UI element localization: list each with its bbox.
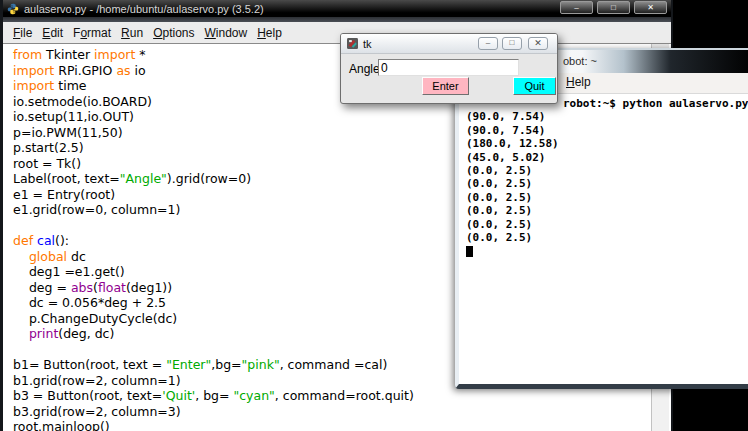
terminal-output-line: (0.0, 2.5) xyxy=(466,218,748,231)
maximize-button[interactable]: □ xyxy=(502,37,522,50)
angle-input[interactable] xyxy=(378,59,519,76)
desktop: aulaservo.py - /home/ubuntu/aulaservo.py… xyxy=(0,0,748,431)
python-icon xyxy=(7,3,19,15)
idle-titlebar[interactable]: aulaservo.py - /home/ubuntu/aulaservo.py… xyxy=(3,0,671,17)
idle-menu-window[interactable]: Window xyxy=(205,26,248,40)
idle-menu-format[interactable]: Format xyxy=(73,26,111,40)
idle-menu-options[interactable]: Options xyxy=(153,26,194,40)
terminal-menu-help[interactable]: Help xyxy=(566,75,591,89)
quit-button[interactable]: Quit xyxy=(513,77,556,95)
tk-dialog-window: tk – □ ✕ Angle Enter Quit xyxy=(340,33,558,104)
enter-button[interactable]: Enter xyxy=(422,77,469,95)
minimize-button[interactable]: – xyxy=(560,1,593,14)
close-button[interactable]: ✕ xyxy=(528,37,548,50)
idle-menu-edit[interactable]: Edit xyxy=(42,26,63,40)
terminal-output-area[interactable]: robot:~$ python aulaservo.py (90.0, 7.54… xyxy=(459,94,748,384)
maximize-button[interactable]: □ xyxy=(597,1,630,14)
terminal-output-line: (90.0, 7.54) xyxy=(466,124,748,137)
terminal-cursor xyxy=(466,246,473,257)
terminal-output-line: (45.0, 5.02) xyxy=(466,151,748,164)
terminal-output-line: (90.0, 7.54) xyxy=(466,110,748,123)
terminal-output-line: (0.0, 2.5) xyxy=(466,204,748,217)
terminal-output-line: (0.0, 2.5) xyxy=(466,164,748,177)
idle-window-controls: – □ ✕ xyxy=(560,1,667,14)
tk-titlebar[interactable]: tk – □ ✕ xyxy=(341,34,557,54)
terminal-output-line: (0.0, 2.5) xyxy=(466,191,748,204)
close-button[interactable]: ✕ xyxy=(634,1,667,14)
terminal-window-title: obot: ~ xyxy=(563,55,597,67)
minimize-button[interactable]: – xyxy=(478,37,498,50)
idle-menu-file[interactable]: File xyxy=(13,26,32,40)
terminal-output-line: (180.0, 12.58) xyxy=(466,137,748,150)
code-line: root.mainloop() xyxy=(13,419,650,431)
idle-menu-run[interactable]: Run xyxy=(121,26,143,40)
idle-menubar: FileEditFormatRunOptionsWindowHelp xyxy=(3,22,671,44)
tk-icon xyxy=(347,38,358,49)
terminal-output-line: (0.0, 2.5) xyxy=(466,177,748,190)
terminal-output-line: (0.0, 2.5) xyxy=(466,231,748,244)
code-line: b3 = Button(root, text='Quit', bg= "cyan… xyxy=(13,388,650,404)
code-line: b3.grid(row=2, column=3) xyxy=(13,404,650,420)
angle-label: Angle xyxy=(349,62,380,76)
idle-menu-help[interactable]: Help xyxy=(257,26,282,40)
idle-window-title: aulaservo.py - /home/ubuntu/aulaservo.py… xyxy=(24,3,264,15)
terminal-output-lines: (90.0, 7.54)(90.0, 7.54)(180.0, 12.58)(4… xyxy=(466,110,748,244)
tk-window-title: tk xyxy=(363,38,372,50)
